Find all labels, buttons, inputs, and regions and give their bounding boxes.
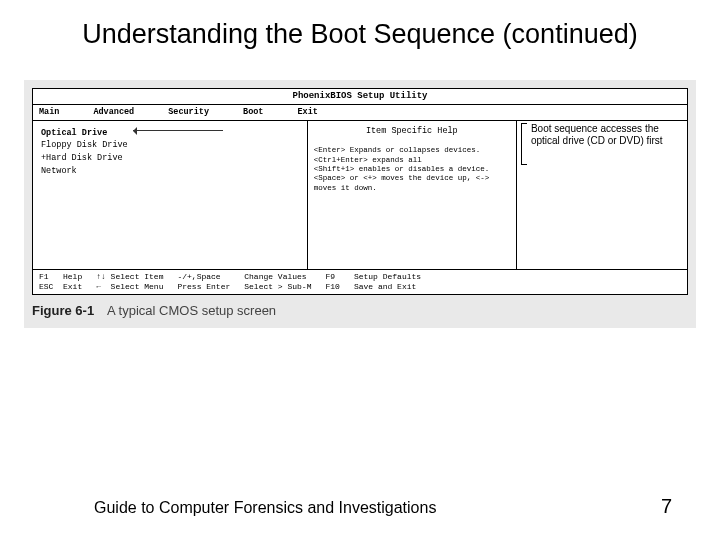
boot-item-floppy[interactable]: Floppy Disk Drive xyxy=(41,139,299,152)
footer-actions: Change Values Select > Sub-M xyxy=(244,272,311,292)
figure-caption-text: A typical CMOS setup screen xyxy=(107,303,276,318)
callout-bracket-icon xyxy=(521,123,527,165)
boot-order-list: Optical Drive Floppy Disk Drive +Hard Di… xyxy=(33,121,308,269)
boot-item-network[interactable]: Network xyxy=(41,165,299,178)
page-number: 7 xyxy=(661,495,672,518)
figure-area: PhoenixBIOS Setup Utility Main Advanced … xyxy=(24,80,696,328)
footer-defaults: Setup Defaults Save and Exit xyxy=(354,272,421,292)
figure-number: Figure 6-1 xyxy=(32,303,94,318)
slide-footer: Guide to Computer Forensics and Investig… xyxy=(0,495,720,518)
help-text: <Enter> Expands or collapses devices. <C… xyxy=(314,146,510,193)
tab-main[interactable]: Main xyxy=(39,107,59,118)
callout-arrow-icon xyxy=(133,126,223,135)
footer-select: ↑↓ Select Item ← Select Menu xyxy=(96,272,163,292)
figure-caption: Figure 6-1 A typical CMOS setup screen xyxy=(32,295,688,318)
footer-fkeys: F9 F10 xyxy=(325,272,339,292)
footer-help-exit: F1 Help ESC Exit xyxy=(39,272,82,292)
tab-exit[interactable]: Exit xyxy=(297,107,317,118)
boot-item-hdd[interactable]: +Hard Disk Drive xyxy=(41,152,299,165)
tab-advanced[interactable]: Advanced xyxy=(93,107,134,118)
footer-keys: -/+,Space Press Enter xyxy=(177,272,230,292)
bios-title: PhoenixBIOS Setup Utility xyxy=(33,89,687,105)
book-title: Guide to Computer Forensics and Investig… xyxy=(94,499,436,517)
tab-security[interactable]: Security xyxy=(168,107,209,118)
callout-panel: Boot sequence accesses the optical drive… xyxy=(517,121,687,269)
help-panel: Item Specific Help <Enter> Expands or co… xyxy=(308,121,517,269)
bios-body: Optical Drive Floppy Disk Drive +Hard Di… xyxy=(33,121,687,269)
callout-text: Boot sequence accesses the optical drive… xyxy=(531,123,681,148)
bios-window: PhoenixBIOS Setup Utility Main Advanced … xyxy=(32,88,688,295)
bios-tab-bar: Main Advanced Security Boot Exit xyxy=(33,105,687,121)
tab-boot[interactable]: Boot xyxy=(243,107,263,118)
bios-footer: F1 Help ESC Exit ↑↓ Select Item ← Select… xyxy=(33,269,687,294)
boot-item-optical[interactable]: Optical Drive xyxy=(41,127,107,140)
slide-title: Understanding the Boot Sequence (continu… xyxy=(0,0,720,52)
help-title: Item Specific Help xyxy=(314,125,510,147)
